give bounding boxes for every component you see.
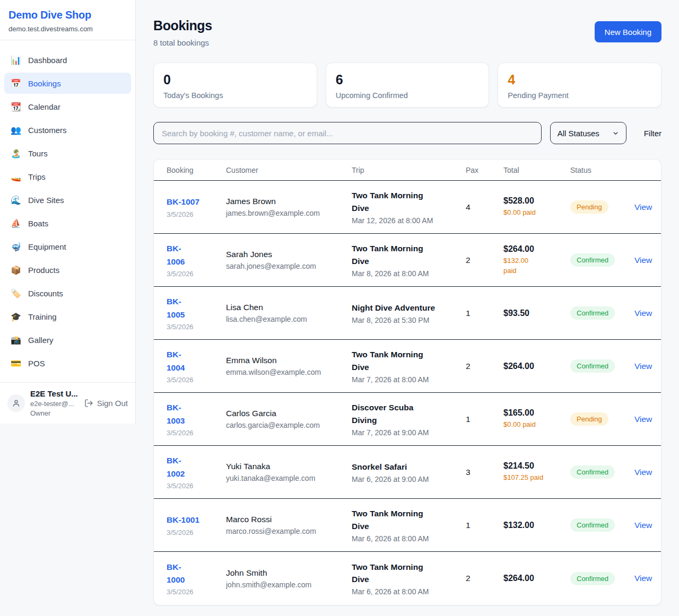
avatar [7, 394, 25, 412]
trip-cell: Discover Scuba Diving Mar 7, 2026 at 9:0… [352, 401, 466, 437]
sidebar-item-calendar[interactable]: 📆 Calendar [4, 96, 131, 117]
table-row: BK-1002 3/5/2026 Yuki Tanaka yuki.tanaka… [154, 446, 661, 499]
trip-cell: Two Tank Morning Dive Mar 12, 2026 at 8:… [352, 189, 466, 225]
view-link[interactable]: View [634, 468, 652, 477]
booking-id-link[interactable]: BK-1004 [167, 348, 190, 374]
amount-paid: $0.00 paid [503, 420, 570, 430]
sidebar-item-label: Boats [28, 219, 48, 228]
sidebar-item-boats[interactable]: ⛵ Boats [4, 213, 131, 234]
user-section: E2E Test U... e2e-tester@... Owner Sign … [0, 382, 135, 424]
sidebar-item-bookings[interactable]: 📅 Bookings [4, 73, 131, 94]
booking-cell: BK-1007 3/5/2026 [167, 196, 226, 218]
customer-cell: James Brown james.brown@example.com [226, 197, 352, 217]
status-badge: Confirmed [570, 518, 615, 532]
view-link[interactable]: View [634, 203, 652, 212]
pax-count: 4 [466, 203, 503, 212]
sidebar-item-label: Training [28, 312, 57, 321]
pax-count: 3 [466, 468, 503, 477]
booking-cell: BK-1006 3/5/2026 [167, 242, 226, 277]
status-cell: Pending [570, 412, 634, 426]
booking-id-link[interactable]: BK-1005 [167, 295, 190, 321]
view-link[interactable]: View [634, 574, 652, 583]
table-row: BK-1003 3/5/2026 Carlos Garcia carlos.ga… [154, 393, 661, 446]
shop-domain: demo.test.divestreams.com [8, 25, 127, 33]
sidebar-item-trips[interactable]: 🚤 Trips [4, 166, 131, 187]
sidebar-item-pos[interactable]: 💳 POS [4, 353, 131, 374]
sidebar-item-equipment[interactable]: 🤿 Equipment [4, 236, 131, 257]
sidebar-item-label: Dashboard [28, 56, 67, 65]
view-link[interactable]: View [634, 309, 652, 318]
customer-email: john.smith@example.com [226, 580, 352, 589]
status-badge: Confirmed [570, 572, 615, 585]
sidebar-item-tours[interactable]: 🏝️ Tours [4, 143, 131, 164]
sidebar-item-products[interactable]: 📦 Products [4, 259, 131, 280]
customer-email: james.brown@example.com [226, 209, 352, 217]
total-amount: $264.00 [503, 362, 570, 371]
booking-id-link[interactable]: BK-1006 [167, 242, 190, 268]
sidebar-item-discounts[interactable]: 🏷️ Discounts [4, 283, 131, 304]
status-cell: Confirmed [570, 465, 634, 479]
new-booking-button[interactable]: New Booking [595, 21, 661, 42]
amount-paid: $0.00 paid [503, 208, 570, 218]
sidebar-item-customers[interactable]: 👥 Customers [4, 119, 131, 140]
view-link[interactable]: View [634, 362, 652, 371]
booking-id-link[interactable]: BK-1007 [167, 196, 226, 208]
booking-cell: BK-1005 3/5/2026 [167, 295, 226, 330]
status-cell: Confirmed [570, 359, 634, 373]
table-row: BK-1004 3/5/2026 Emma Wilson emma.wilson… [154, 340, 661, 393]
booking-id-link[interactable]: BK-1002 [167, 454, 190, 480]
sign-out-button[interactable]: Sign Out [84, 399, 128, 408]
booking-date: 3/5/2026 [167, 376, 226, 384]
calendar-icon: 📆 [11, 102, 21, 112]
booking-id-link[interactable]: BK-1000 [167, 561, 190, 586]
pax-count: 2 [466, 362, 503, 371]
user-role: Owner [30, 409, 79, 417]
booking-cell: BK-1004 3/5/2026 [167, 348, 226, 383]
trip-cell: Two Tank Morning Dive Mar 6, 2026 at 8:0… [352, 561, 466, 596]
bookings-table: Booking Customer Trip Pax Total Status B… [153, 159, 661, 605]
sidebar-item-training[interactable]: 🎓 Training [4, 306, 131, 327]
trip-name: Two Tank Morning Dive [352, 561, 440, 586]
tours-icon: 🏝️ [11, 148, 21, 159]
sidebar-item-label: Customers [28, 126, 67, 135]
chevron-down-icon [612, 130, 619, 137]
actions-cell: View [634, 574, 656, 583]
bookings-count: 8 total bookings [153, 38, 212, 47]
col-header-pax: Pax [466, 166, 503, 174]
pax-count: 2 [466, 574, 503, 583]
booking-date: 3/5/2026 [167, 210, 226, 218]
filter-row: All Statuses Filter [153, 122, 661, 144]
search-input[interactable] [153, 122, 542, 144]
sidebar-item-dashboard[interactable]: 📊 Dashboard [4, 49, 131, 71]
status-badge: Pending [570, 412, 608, 426]
booking-date: 3/5/2026 [167, 270, 226, 278]
shop-name: Demo Dive Shop [8, 9, 127, 21]
trip-name: Two Tank Morning Dive [352, 189, 440, 214]
table-row: BK-1001 3/5/2026 Marco Rossi marco.rossi… [154, 499, 661, 552]
booking-id-link[interactable]: BK-1003 [167, 401, 190, 427]
booking-id-link[interactable]: BK-1001 [167, 514, 226, 526]
brand-block: Demo Dive Shop demo.test.divestreams.com [0, 0, 135, 40]
booking-date: 3/5/2026 [167, 429, 226, 437]
sidebar-item-gallery[interactable]: 📸 Gallery [4, 329, 131, 350]
status-select[interactable]: All Statuses [550, 122, 626, 144]
customer-name: Carlos Garcia [226, 409, 352, 418]
person-icon [12, 399, 21, 408]
view-link[interactable]: View [634, 256, 652, 265]
view-link[interactable]: View [634, 521, 652, 530]
sidebar-item-dive-sites[interactable]: 🌊 Dive Sites [4, 189, 131, 210]
customer-email: carlos.garcia@example.com [226, 421, 352, 429]
pax-count: 1 [466, 309, 503, 318]
actions-cell: View [634, 203, 656, 212]
status-badge: Confirmed [570, 306, 615, 320]
view-link[interactable]: View [634, 415, 652, 424]
trips-icon: 🚤 [11, 172, 21, 182]
status-badge: Confirmed [570, 359, 615, 373]
filter-button[interactable]: Filter [644, 129, 661, 138]
pax-count: 2 [466, 256, 503, 265]
sidebar-item-label: Products [28, 266, 59, 275]
total-amount: $93.50 [503, 309, 570, 318]
page-title: Bookings [153, 18, 212, 33]
customer-email: sarah.jones@example.com [226, 262, 352, 270]
customer-cell: Sarah Jones sarah.jones@example.com [226, 250, 352, 270]
